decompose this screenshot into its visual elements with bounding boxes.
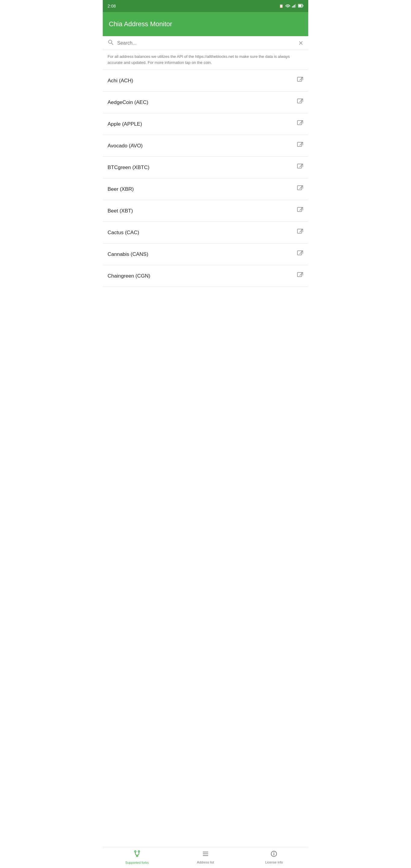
svg-rect-6 (298, 4, 302, 7)
coin-list-item[interactable]: BTCgreen (XBTC) (103, 157, 308, 179)
external-link-icon (297, 76, 304, 85)
coin-name: BTCgreen (XBTC) (107, 164, 150, 170)
coin-list-item[interactable]: Apple (APPLE) (103, 113, 308, 135)
coin-list-item[interactable]: Cannabis (CANS) (103, 244, 308, 265)
search-clear-button[interactable]: ✕ (298, 39, 304, 47)
external-link-icon (297, 185, 304, 193)
app-title: Chia Address Monitor (109, 20, 172, 28)
search-input[interactable] (117, 40, 298, 46)
svg-line-8 (112, 43, 113, 44)
svg-rect-3 (295, 4, 296, 7)
svg-rect-0 (292, 6, 293, 7)
coin-name: Cannabis (CANS) (107, 251, 148, 257)
info-text: For all address balances we utilizes the… (103, 50, 308, 70)
coin-name: Apple (APPLE) (107, 121, 142, 127)
coin-list-item[interactable]: Achi (ACH) (103, 70, 308, 92)
coin-list-item[interactable]: Beet (XBT) (103, 200, 308, 222)
app-bar: Chia Address Monitor (103, 12, 308, 36)
status-time: 2:08 (107, 4, 116, 8)
status-icons: 📋 (279, 4, 304, 8)
coin-list-item[interactable]: Cactus (CAC) (103, 222, 308, 244)
coin-name: AedgeCoin (AEC) (107, 99, 148, 105)
coin-list-item[interactable]: AedgeCoin (AEC) (103, 92, 308, 113)
external-link-icon (297, 272, 304, 280)
status-bar: 2:08 📋 (103, 0, 308, 12)
external-link-icon (297, 228, 304, 237)
signal-icon (292, 4, 296, 8)
external-link-icon (297, 207, 304, 215)
coin-list-item[interactable]: Chaingreen (CGN) (103, 265, 308, 287)
coin-name: Chaingreen (CGN) (107, 273, 150, 279)
coin-list-item[interactable]: Avocado (AVO) (103, 135, 308, 157)
coin-list-item[interactable]: Beer (XBR) (103, 179, 308, 200)
external-link-icon (297, 98, 304, 106)
battery-icon (298, 4, 304, 8)
coin-name: Cactus (CAC) (107, 230, 139, 236)
search-bar: ✕ (103, 36, 308, 50)
search-icon (107, 39, 114, 47)
coin-name: Achi (ACH) (107, 78, 133, 84)
coin-name: Avocado (AVO) (107, 143, 143, 149)
svg-rect-2 (294, 5, 295, 7)
coin-name: Beet (XBT) (107, 208, 133, 214)
external-link-icon (297, 250, 304, 258)
clipboard-icon: 📋 (279, 4, 284, 8)
external-link-icon (297, 142, 304, 150)
coin-list: Achi (ACH) AedgeCoin (AEC) Apple (APPLE) (103, 70, 308, 287)
external-link-icon (297, 163, 304, 172)
coin-name: Beer (XBR) (107, 186, 134, 192)
external-link-icon (297, 120, 304, 128)
wifi-icon (285, 4, 290, 8)
svg-rect-1 (293, 5, 294, 7)
svg-rect-5 (303, 5, 304, 6)
